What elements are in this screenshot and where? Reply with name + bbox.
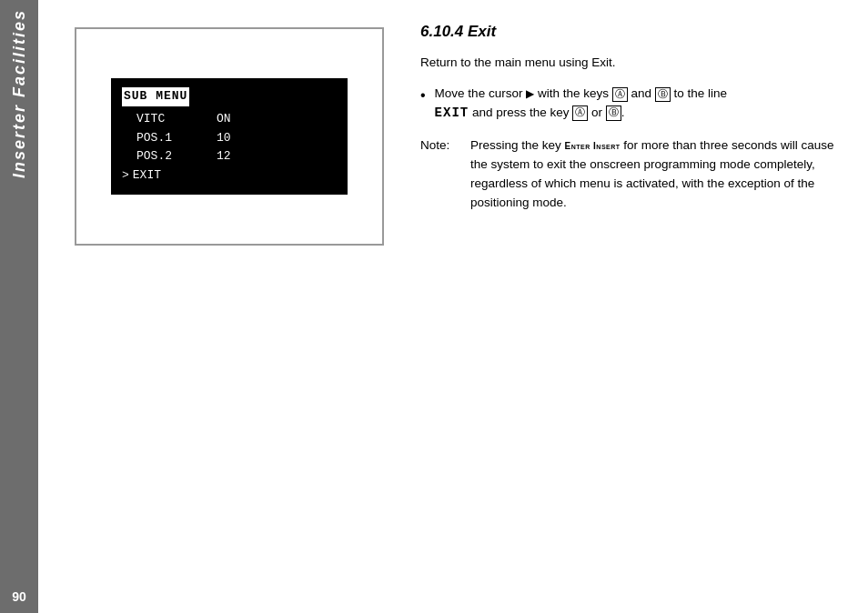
note-block: Note: Pressing the key Enter Insert for … bbox=[420, 136, 850, 213]
key-enter-icon: Ⓐ bbox=[572, 106, 588, 120]
section-title: 6.10.4 Exit bbox=[420, 23, 850, 41]
screen-row-pos2: POS.2 12 bbox=[122, 147, 337, 166]
text-panel: 6.10.4 Exit Return to the main menu usin… bbox=[420, 18, 850, 595]
main-content: SUB MENU VITC ON POS.1 10 POS.2 12 > EXI… bbox=[38, 0, 868, 613]
bullet-item: • Move the cursor ▶ with the keys Ⓐ and … bbox=[420, 85, 850, 124]
screen-row-pos1: POS.1 10 bbox=[122, 129, 337, 148]
screen-row-vitc: VITC ON bbox=[122, 110, 337, 129]
screen-menu-title: SUB MENU bbox=[122, 87, 189, 106]
sidebar: Inserter Facilities 90 bbox=[0, 0, 38, 613]
cursor-marker: > bbox=[122, 166, 129, 186]
key-up-icon: Ⓐ bbox=[612, 87, 628, 102]
bullet-text: Move the cursor ▶ with the keys Ⓐ and Ⓑ … bbox=[435, 85, 850, 124]
and-text: and bbox=[631, 86, 654, 100]
note-label: Note: bbox=[420, 136, 470, 156]
screen-display: SUB MENU VITC ON POS.1 10 POS.2 12 > EXI… bbox=[111, 78, 348, 195]
screen-row-exit: > EXIT bbox=[122, 166, 337, 186]
page-number: 90 bbox=[12, 589, 26, 604]
cursor-right-icon: ▶ bbox=[526, 85, 534, 103]
key-down-icon: Ⓑ bbox=[655, 87, 671, 102]
enter-insert-label: Enter Insert bbox=[565, 141, 621, 151]
intro-text: Return to the main menu using Exit. bbox=[420, 54, 850, 72]
exit-code: EXIT bbox=[435, 106, 469, 120]
screen-panel: SUB MENU VITC ON POS.1 10 POS.2 12 > EXI… bbox=[56, 18, 402, 595]
key-alt-icon: Ⓑ bbox=[606, 106, 621, 120]
sidebar-title: Inserter Facilities bbox=[10, 9, 29, 178]
monitor-frame: SUB MENU VITC ON POS.1 10 POS.2 12 > EXI… bbox=[75, 27, 384, 246]
bullet-dot: • bbox=[420, 85, 426, 106]
note-text: Pressing the key Enter Insert for more t… bbox=[470, 136, 850, 213]
